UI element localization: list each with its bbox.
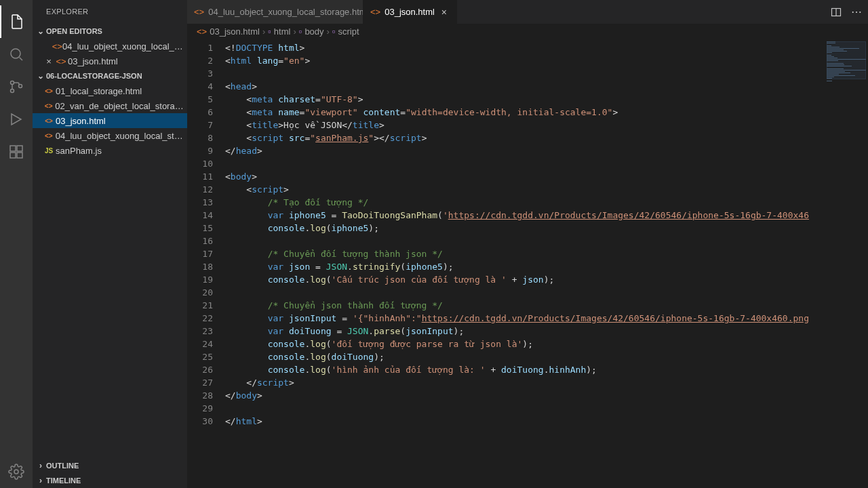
code-line[interactable]: <!DOCTYPE html> xyxy=(225,41,809,54)
code-line[interactable]: var jsonInput = '{"hinhAnh":"https://cdn… xyxy=(225,312,809,325)
code-line[interactable]: <title>Học về JSON</title> xyxy=(225,119,809,131)
code-line[interactable]: console.log('đối tượng được parse ra từ … xyxy=(225,338,809,350)
code-line[interactable]: <script src="sanPham.js"></script> xyxy=(225,131,809,144)
more-actions-icon[interactable]: ⋯ xyxy=(851,7,862,18)
code-line[interactable] xyxy=(225,402,809,415)
code-line[interactable]: <html lang="en"> xyxy=(225,54,809,67)
file-item[interactable]: <>03_json.html xyxy=(33,113,187,128)
line-number: 17 xyxy=(187,247,213,260)
open-editor-item[interactable]: ×<>03_json.html xyxy=(33,54,187,68)
open-editor-item[interactable]: <>04_luu_object_xuong_local_storage.html xyxy=(33,39,187,54)
file-name: 02_van_de_object_local_storage... xyxy=(55,101,187,111)
activity-bar xyxy=(0,0,33,488)
line-number: 22 xyxy=(187,312,213,325)
open-editors-section[interactable]: ⌄ OPEN EDITORS xyxy=(33,24,187,39)
line-number: 1 xyxy=(187,41,213,54)
code-line[interactable]: var json = JSON.stringify(iphone5); xyxy=(225,260,809,273)
code-line[interactable]: console.log('Cấu trúc json của đối tượng… xyxy=(225,273,809,286)
settings-gear-icon[interactable] xyxy=(0,455,33,488)
open-editors-label: OPEN EDITORS xyxy=(46,27,102,35)
code-line[interactable]: /* Chuyển đối tượng thành json */ xyxy=(225,247,809,260)
tab-label: 04_luu_object_xuong_local_storage.html xyxy=(208,7,363,17)
code-line[interactable]: /* Chuyển json thành đối tượng */ xyxy=(225,299,809,312)
file-html-icon: <> xyxy=(42,132,56,140)
breadcrumb-cube-icon: ▫ xyxy=(332,26,336,37)
line-number: 5 xyxy=(187,93,213,106)
line-number: 28 xyxy=(187,389,213,402)
close-icon[interactable]: × xyxy=(43,56,54,66)
chevron-right-icon: › xyxy=(35,461,46,470)
code-line[interactable]: console.log(doiTuong); xyxy=(225,350,809,363)
code-line[interactable]: </head> xyxy=(225,144,809,157)
minimap-viewport[interactable] xyxy=(827,41,866,79)
files-list: <>01_local_storage.html<>02_van_de_objec… xyxy=(33,83,187,158)
line-number: 3 xyxy=(187,67,213,80)
chevron-down-icon: ⌄ xyxy=(35,71,46,81)
tab-label: 03_json.html xyxy=(384,7,435,17)
code-line[interactable] xyxy=(225,286,809,299)
code-line[interactable]: </body> xyxy=(225,389,809,402)
file-item[interactable]: <>01_local_storage.html xyxy=(33,83,187,98)
code-area[interactable]: <!DOCTYPE html><html lang="en"> <head> <… xyxy=(225,39,809,488)
file-item[interactable]: JSsanPham.js xyxy=(33,143,187,158)
code-line[interactable]: <meta name="viewport" content="width=dev… xyxy=(225,106,809,119)
breadcrumb-part: html xyxy=(274,26,291,37)
breadcrumb-part: script xyxy=(338,26,359,37)
tab-actions: ⋯ xyxy=(824,0,868,24)
svg-rect-6 xyxy=(10,152,16,158)
code-line[interactable]: console.log('hình ảnh của đối tượng là: … xyxy=(225,363,809,376)
svg-point-2 xyxy=(11,89,14,93)
chevron-right-icon: › xyxy=(35,476,46,485)
line-number: 16 xyxy=(187,235,213,247)
file-html-icon: <> xyxy=(42,117,56,125)
svg-point-1 xyxy=(11,81,14,85)
breadcrumb[interactable]: <> 03_json.html › ▫ html › ▫ body › ▫ sc… xyxy=(187,24,868,39)
line-number: 8 xyxy=(187,131,213,144)
minimap[interactable] xyxy=(809,39,868,488)
line-number: 25 xyxy=(187,350,213,363)
file-html-icon: <> xyxy=(370,7,380,17)
code-line[interactable]: <body> xyxy=(225,170,809,183)
svg-point-8 xyxy=(14,470,18,474)
editor[interactable]: 1234567891011121314151617181920212223242… xyxy=(187,39,868,488)
source-control-icon[interactable] xyxy=(0,70,33,103)
svg-rect-5 xyxy=(17,146,22,151)
outline-section[interactable]: › OUTLINE xyxy=(33,458,187,473)
code-line[interactable]: </script> xyxy=(225,376,809,389)
tab[interactable]: <>04_luu_object_xuong_local_storage.html… xyxy=(187,0,363,24)
file-item[interactable]: <>04_luu_object_xuong_local_stor... xyxy=(33,128,187,143)
run-debug-icon[interactable] xyxy=(0,103,33,136)
breadcrumb-cube-icon: ▫ xyxy=(299,26,302,37)
code-line[interactable] xyxy=(225,235,809,247)
code-line[interactable]: var doiTuong = JSON.parse(jsonInput); xyxy=(225,325,809,338)
extensions-icon[interactable] xyxy=(0,136,33,168)
open-editor-name: 04_luu_object_xuong_local_storage.html xyxy=(62,41,187,52)
close-icon[interactable]: × xyxy=(439,7,450,18)
editor-main: <>04_luu_object_xuong_local_storage.html… xyxy=(187,0,868,488)
line-number: 12 xyxy=(187,183,213,196)
code-line[interactable]: <head> xyxy=(225,80,809,93)
code-line[interactable] xyxy=(225,157,809,170)
file-html-icon: <> xyxy=(42,102,55,110)
file-item[interactable]: <>02_van_de_object_local_storage... xyxy=(33,98,187,113)
code-line[interactable]: /* Tạo đối tượng */ xyxy=(225,196,809,209)
code-line[interactable]: </html> xyxy=(225,415,809,428)
line-number: 18 xyxy=(187,260,213,273)
split-editor-icon[interactable] xyxy=(831,7,842,18)
search-icon[interactable] xyxy=(0,38,33,70)
breadcrumb-part: body xyxy=(304,26,323,37)
code-line[interactable]: var iphone5 = TaoDoiTuongSanPham('https:… xyxy=(225,209,809,222)
tab[interactable]: <>03_json.html× xyxy=(363,0,457,24)
line-number: 13 xyxy=(187,196,213,209)
code-line[interactable] xyxy=(225,67,809,80)
folder-section[interactable]: ⌄ 06-LOCALSTORAGE-JSON xyxy=(33,68,187,83)
svg-point-0 xyxy=(11,49,20,58)
line-number-gutter: 1234567891011121314151617181920212223242… xyxy=(187,39,225,488)
code-line[interactable]: <meta charset="UTF-8"> xyxy=(225,93,809,106)
timeline-section[interactable]: › TIMELINE xyxy=(33,473,187,488)
tab-bar: <>04_luu_object_xuong_local_storage.html… xyxy=(187,0,868,24)
explorer-icon[interactable] xyxy=(0,5,33,38)
code-line[interactable]: console.log(iphone5); xyxy=(225,222,809,235)
chevron-right-icon: › xyxy=(327,26,330,37)
code-line[interactable]: <script> xyxy=(225,183,809,196)
